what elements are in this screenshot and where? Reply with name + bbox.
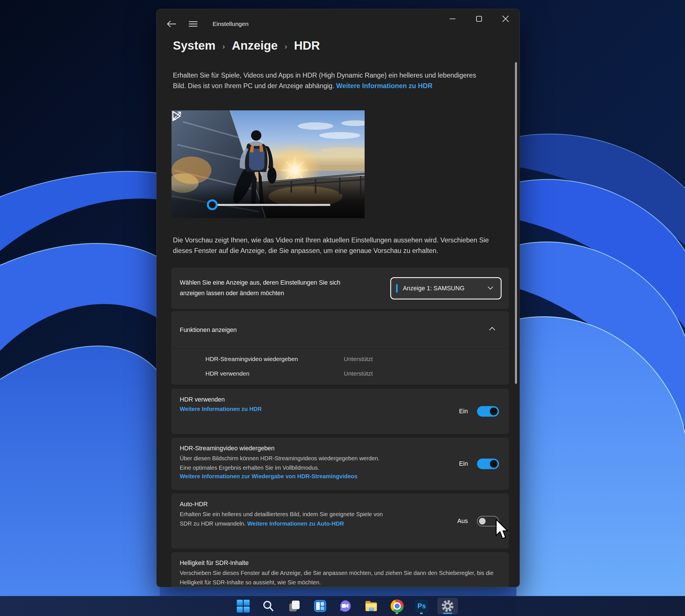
search-icon — [262, 600, 275, 612]
widgets-icon — [314, 599, 327, 613]
auto-hdr-link[interactable]: Weitere Informationen zu Auto-HDR — [248, 521, 344, 527]
back-arrow-icon — [167, 21, 176, 27]
hdr-intro-text: Erhalten Sie für Spiele, Videos und Apps… — [173, 70, 490, 91]
divider — [172, 348, 508, 349]
hdr-streaming-state-label: Ein — [459, 460, 468, 467]
vertical-scrollbar[interactable] — [515, 62, 517, 384]
sdr-brightness-card: Helligkeit für SDR-Inhalte Verschieben S… — [171, 552, 509, 587]
breadcrumb-hdr: HDR — [294, 39, 320, 52]
taskbar-settings-button[interactable] — [437, 598, 458, 614]
settings-gear-icon — [441, 599, 454, 613]
capability-row: HDR verwenden Unterstützt — [206, 366, 500, 381]
fullscreen-icon[interactable] — [171, 110, 182, 121]
capability-row: HDR-Streamingvideo wiedergeben Unterstüt… — [206, 352, 500, 366]
chrome-running-indicator — [395, 613, 398, 614]
hdr-video-preview — [171, 110, 365, 218]
toggle-knob — [490, 460, 497, 468]
settings-active-indicator — [443, 613, 452, 614]
breadcrumb: System › Anzeige › HDR — [173, 39, 320, 52]
minimize-icon — [449, 16, 456, 22]
dropdown-accent-bar — [396, 284, 398, 292]
photoshop-running-indicator — [420, 613, 423, 614]
task-view-icon — [287, 599, 301, 613]
video-preview-scene — [171, 110, 365, 218]
window-title: Einstellungen — [213, 21, 249, 27]
sdr-brightness-title: Helligkeit für SDR-Inhalte — [180, 559, 499, 567]
close-icon — [502, 15, 509, 23]
display-select-dropdown[interactable]: Anzeige 1: SAMSUNG — [392, 279, 500, 298]
toggle-knob — [490, 408, 497, 415]
use-hdr-toggle[interactable] — [477, 406, 499, 417]
use-hdr-link[interactable]: Weitere Informationen zu HDR — [180, 406, 262, 412]
hamburger-icon — [189, 21, 198, 27]
chrome-icon — [390, 599, 404, 613]
capability-label: HDR-Streamingvideo wiedergeben — [206, 356, 344, 362]
auto-hdr-title: Auto-HDR — [180, 501, 385, 508]
desktop: Einstellungen System › Anzeige › HDR Erh… — [0, 0, 685, 616]
maximize-button[interactable] — [470, 12, 488, 26]
chevron-up-icon[interactable] — [489, 327, 495, 331]
auto-hdr-card: Auto-HDR Erhalten Sie ein helleres und d… — [171, 494, 509, 548]
hdr-streaming-card: HDR-Streamingvideo wiedergeben Über dies… — [171, 438, 509, 490]
hamburger-menu-button[interactable] — [186, 17, 200, 31]
toggle-knob — [479, 518, 486, 525]
hdr-streaming-description: Über diesen Bildschirm können HDR-Stream… — [180, 454, 385, 472]
taskbar-chrome-button[interactable] — [389, 598, 405, 614]
capability-value: Unterstützt — [344, 356, 373, 362]
settings-window: Einstellungen System › Anzeige › HDR Erh… — [156, 9, 520, 587]
hdr-streaming-toggle[interactable] — [477, 459, 499, 469]
features-expander-header[interactable]: Funktionen anzeigen — [172, 312, 508, 348]
breadcrumb-separator: › — [222, 42, 225, 51]
taskbar-task-view-button[interactable] — [286, 598, 302, 614]
hdr-streaming-title: HDR-Streamingvideo wiedergeben — [180, 445, 385, 452]
taskbar-widgets-button[interactable] — [312, 598, 328, 614]
close-button[interactable] — [496, 12, 515, 26]
use-hdr-state-label: Ein — [459, 408, 468, 415]
windows-logo-icon — [237, 600, 250, 613]
capability-label: HDR verwenden — [206, 370, 344, 377]
maximize-icon — [476, 16, 483, 22]
auto-hdr-toggle[interactable] — [477, 516, 499, 526]
photoshop-icon: Ps — [415, 599, 428, 613]
breadcrumb-anzeige[interactable]: Anzeige — [232, 39, 278, 52]
file-explorer-icon — [364, 600, 378, 612]
taskbar-chat-button[interactable] — [337, 598, 353, 614]
hdr-learn-more-link[interactable]: Weitere Informationen zu HDR — [336, 82, 432, 90]
chevron-down-icon — [488, 286, 493, 290]
sdr-brightness-description: Verschieben Sie dieses Fenster auf die A… — [180, 568, 499, 587]
capability-rows: HDR-Streamingvideo wiedergeben Unterstüt… — [206, 352, 500, 381]
display-select-label: Wählen Sie eine Anzeige aus, deren Einst… — [180, 278, 345, 299]
seek-slider-thumb[interactable] — [207, 199, 218, 210]
breadcrumb-separator: › — [284, 42, 287, 51]
taskbar-file-explorer-button[interactable] — [363, 598, 380, 614]
display-capabilities-card: Funktionen anzeigen HDR-Streamingvideo w… — [171, 311, 509, 384]
taskbar-start-button[interactable] — [235, 598, 251, 614]
capability-value: Unterstützt — [344, 370, 373, 377]
auto-hdr-state-label: Aus — [457, 518, 468, 525]
breadcrumb-system[interactable]: System — [173, 39, 215, 52]
use-hdr-card: HDR verwenden Weitere Informationen zu H… — [171, 389, 509, 434]
dropdown-selected-value: Anzeige 1: SAMSUNG — [403, 285, 465, 292]
back-button[interactable] — [165, 17, 178, 31]
use-hdr-title: HDR verwenden — [180, 396, 385, 403]
display-select-card: Wählen Sie eine Anzeige aus, deren Einst… — [171, 268, 509, 309]
taskbar-search-button[interactable] — [260, 598, 276, 614]
minimize-button[interactable] — [443, 12, 462, 26]
seek-slider-track[interactable] — [212, 204, 330, 206]
preview-note: Die Vorschau zeigt Ihnen, wie das Video … — [173, 235, 490, 256]
hdr-streaming-link[interactable]: Weitere Informationen zur Wiedergabe von… — [180, 473, 358, 479]
features-header-label: Funktionen anzeigen — [180, 327, 237, 334]
taskbar-photoshop-button[interactable]: Ps — [413, 598, 430, 614]
chat-icon — [338, 599, 351, 613]
